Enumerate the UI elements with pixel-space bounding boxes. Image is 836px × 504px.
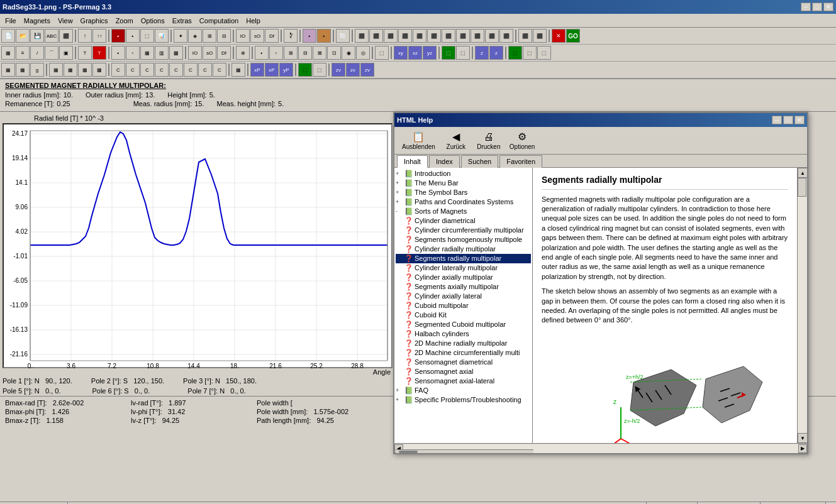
tb3-24[interactable]: zv <box>360 63 374 77</box>
tree-cyl-axial-lat[interactable]: ❓ Cylinder axially lateral <box>396 292 531 301</box>
tb2-25[interactable]: ⬚ <box>375 46 389 60</box>
tb-h2[interactable]: ⬛ <box>369 29 383 43</box>
tb3-19[interactable]: yP <box>279 63 293 77</box>
help-maximize-btn[interactable]: □ <box>783 116 793 124</box>
tb-d1[interactable]: IO <box>236 29 250 43</box>
tb3-20[interactable]: ⬚ <box>298 63 312 77</box>
tb2-21[interactable]: ⊠ <box>313 46 326 60</box>
scroll-down-btn[interactable]: ▼ <box>798 433 807 443</box>
tb2-13[interactable]: IO <box>188 46 202 60</box>
tb3-2[interactable]: ▦ <box>16 63 30 77</box>
tb2-5[interactable]: ▣ <box>59 46 73 60</box>
tb2-20[interactable]: ⊟ <box>298 46 312 60</box>
scroll-up-btn[interactable]: ▲ <box>798 168 807 178</box>
tb-h10[interactable]: ⬛ <box>485 29 499 43</box>
tb-h3[interactable]: ⬛ <box>384 29 398 43</box>
tree-cyl-circum[interactable]: ❓ Cylinder circumferentially multipolar <box>396 226 531 235</box>
tb2-35[interactable]: ⬚ <box>537 46 551 60</box>
tb2-8[interactable]: ▪ <box>111 46 125 60</box>
tree-senso-diam[interactable]: ❓ Sensomagnet diametrical <box>396 358 531 367</box>
tab-inhalt[interactable]: Inhalt <box>397 155 428 168</box>
tb-c4[interactable]: ⊟ <box>217 29 231 43</box>
tree-senso-axial-lat[interactable]: ❓ Sensomagnet axial-lateral <box>396 376 531 386</box>
tb-up[interactable]: ↑ <box>78 29 92 43</box>
tree-seg-radially[interactable]: ❓ Segments radially multipolar <box>396 254 531 263</box>
tb-h4[interactable]: ⬛ <box>398 29 412 43</box>
tb-h6[interactable]: ⬛ <box>427 29 441 43</box>
menu-magnets[interactable]: Magnets <box>20 16 54 26</box>
tb2-7[interactable]: T <box>92 46 106 60</box>
tb-e1[interactable]: ∛ <box>284 29 298 43</box>
tree-faq[interactable]: + 📗 FAQ <box>396 386 531 395</box>
tb-new[interactable]: 📄 <box>1 29 15 43</box>
maximize-button[interactable]: □ <box>812 3 822 11</box>
menu-options[interactable]: Options <box>137 16 169 26</box>
tb-b2[interactable]: ▪ <box>126 29 140 43</box>
tb3-7[interactable]: ▦ <box>92 63 106 77</box>
tree-cyl-diametrical[interactable]: ❓ Cylinder diametrical <box>396 216 531 226</box>
tree-2d-circum[interactable]: ❓ 2D Machine circumferentially multi <box>396 348 531 358</box>
tb3-12[interactable]: C <box>169 63 183 77</box>
tb3-8[interactable]: C <box>111 63 125 77</box>
tb3-5[interactable]: ▦ <box>64 63 77 77</box>
tb-h7[interactable]: ⬛ <box>442 29 455 43</box>
tb2-31[interactable]: z <box>475 46 489 60</box>
menu-file[interactable]: File <box>1 16 20 26</box>
minimize-button[interactable]: ─ <box>801 3 811 11</box>
tb2-28[interactable]: yz <box>423 46 437 60</box>
tb2-17[interactable]: ▪ <box>255 46 269 60</box>
tb3-22[interactable]: zv <box>332 63 345 77</box>
tb2-30[interactable]: ⬚ <box>456 46 470 60</box>
tb2-34[interactable]: ⬚ <box>523 46 537 60</box>
tb2-4[interactable]: ⌒ <box>45 46 59 60</box>
content-scrollbar[interactable]: ▲ ▼ <box>797 168 807 443</box>
tb-h1[interactable]: ⬛ <box>355 29 369 43</box>
tb3-6[interactable]: ▦ <box>78 63 92 77</box>
tb2-33[interactable]: ⬚ <box>508 46 522 60</box>
tb-h11[interactable]: ⬛ <box>499 29 513 43</box>
tb-d2[interactable]: sO <box>250 29 264 43</box>
tree-cyl-lateral[interactable]: ❓ Cylinder laterally multipolar <box>396 263 531 273</box>
tb-save[interactable]: 💾 <box>30 29 44 43</box>
help-zuruck-btn[interactable]: ◀ Zurück <box>440 129 472 151</box>
help-optionen-btn[interactable]: ⚙ Optionen <box>506 129 539 151</box>
tb-f1[interactable]: ▪ <box>303 29 316 43</box>
tab-favoriten[interactable]: Favoriten <box>499 155 542 168</box>
tb3-23[interactable]: zv <box>346 63 360 77</box>
tb-b3[interactable]: ⬚ <box>140 29 154 43</box>
tb2-26[interactable]: xy <box>394 46 408 60</box>
menu-computation[interactable]: Computation <box>196 16 242 26</box>
tb2-14[interactable]: sO <box>203 46 216 60</box>
tree-cyl-axial[interactable]: ❓ Cylinder axially multipolar <box>396 273 531 282</box>
tb-up2[interactable]: ↑↑ <box>92 29 106 43</box>
tb3-14[interactable]: C <box>198 63 212 77</box>
help-drucken-btn[interactable]: 🖨 Drucken <box>473 130 504 151</box>
tree-cuboid-multi[interactable]: ❓ Cuboid multipolar <box>396 301 531 310</box>
tb3-10[interactable]: C <box>140 63 154 77</box>
tree-senso-axial[interactable]: ❓ Sensomagnet axial <box>396 367 531 376</box>
help-minimize-btn[interactable]: ─ <box>772 116 782 124</box>
tb3-16[interactable]: ▦ <box>231 63 245 77</box>
tree-seg-cuboid[interactable]: ❓ Segmented Cuboid multipolar <box>396 320 531 329</box>
tree-sorts-of-magnets[interactable]: - 📗 Sorts of Magnets <box>396 207 531 216</box>
tb2-6[interactable]: T <box>78 46 92 60</box>
tb3-17[interactable]: xP <box>250 63 264 77</box>
tb2-10[interactable]: ▦ <box>140 46 154 60</box>
tree-paths[interactable]: + 📗 Paths and Coordinates Systems <box>396 197 531 207</box>
tb-g1[interactable]: ⬜ <box>336 29 350 43</box>
tree-halbach[interactable]: ❓ Halbach cylinders <box>396 329 531 339</box>
tb-d3[interactable]: Df <box>265 29 279 43</box>
tree-introduction[interactable]: + 📗 Introduction <box>396 169 531 178</box>
tab-index[interactable]: Index <box>429 155 460 168</box>
tb3-15[interactable]: C <box>213 63 226 77</box>
tb2-19[interactable]: ⊞ <box>284 46 298 60</box>
tb-h5[interactable]: ⬛ <box>413 29 426 43</box>
tb2-32[interactable]: z <box>489 46 503 60</box>
tb2-18[interactable]: ▫ <box>269 46 283 60</box>
menu-zoom[interactable]: Zoom <box>112 16 137 26</box>
tb3-1[interactable]: ▦ <box>1 63 15 77</box>
tb2-16[interactable]: ⊕ <box>236 46 250 60</box>
tree-menu-bar[interactable]: + 📗 The Menu Bar <box>396 178 531 188</box>
tb3-18[interactable]: xP <box>265 63 279 77</box>
tb2-23[interactable]: ◉ <box>342 46 355 60</box>
